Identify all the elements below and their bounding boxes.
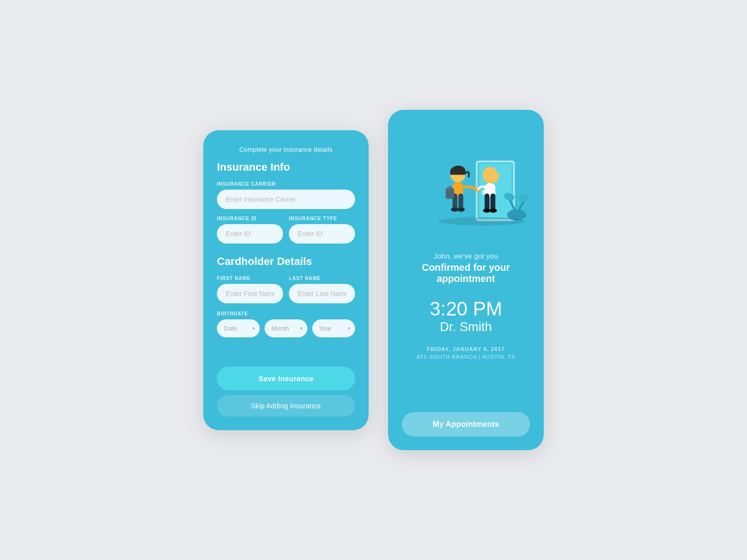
svg-rect-17 [491,193,496,210]
appointment-date: FRIDAY, JANUARY 6, 2017 [427,346,505,352]
appointment-doctor: Dr. Smith [440,319,492,334]
carrier-field-group: INSURANCE CARRIER [217,181,355,209]
date-select[interactable]: Date [217,319,260,337]
svg-point-19 [489,209,497,213]
save-insurance-button[interactable]: Save Insurance [217,367,355,390]
insurance-type-input[interactable] [289,224,355,244]
insurance-type-group: INSURANCE TYPE [289,216,355,244]
first-name-group: FIRST NAME [217,276,283,303]
first-name-label: FIRST NAME [217,276,283,281]
date-select-wrap: Date ▾ [217,319,260,337]
birthdate-row: Date ▾ Month ▾ Year ▾ [217,319,355,337]
last-name-group: LAST NAME [289,276,355,303]
card-subtitle: Complete your insurance details [217,146,355,153]
svg-rect-16 [485,193,490,210]
insurance-id-group: INSURANCE ID [217,216,283,244]
appointment-illustration [402,129,530,236]
cardholder-section-title: Cardholder Details [217,255,355,268]
cardholder-section: Cardholder Details FIRST NAME LAST NAME … [217,255,355,337]
first-name-input[interactable] [217,284,283,303]
year-select[interactable]: Year [312,319,355,337]
confirmation-text: Confirmed for your appointment [402,262,530,284]
skip-insurance-button[interactable]: Skip Adding Insurance [217,395,355,417]
insurance-card: Complete your insurance details Insuranc… [203,130,369,430]
greeting-text: John, we've got you [434,252,498,260]
birthdate-group: BIRTHDATE Date ▾ Month ▾ [217,311,355,337]
insurance-section-title: Insurance Info [217,161,355,174]
insurance-id-label: INSURANCE ID [217,216,283,221]
spacer [217,337,355,357]
svg-rect-10 [459,193,463,210]
insurance-id-input[interactable] [217,224,283,244]
confirmation-card: John, we've got you Confirmed for your a… [388,110,544,450]
name-row: FIRST NAME LAST NAME [217,276,355,303]
last-name-input[interactable] [289,284,355,303]
year-select-wrap: Year ▾ [312,319,355,337]
svg-point-4 [518,192,530,203]
appointment-time: 3:20 PM [430,298,502,319]
svg-point-11 [451,208,458,212]
svg-point-12 [457,208,464,212]
last-name-label: LAST NAME [289,276,355,281]
my-appointments-button[interactable]: My Appointments [402,412,530,437]
svg-point-6 [439,217,525,226]
carrier-label: INSURANCE CARRIER [217,181,355,187]
appointment-location: ATX SOUTH BRANCH | AUSTIN, TX [416,354,516,360]
svg-point-18 [483,209,490,213]
month-select-wrap: Month ▾ [265,319,307,337]
carrier-input[interactable] [217,190,355,209]
month-select[interactable]: Month [265,319,307,337]
insurance-type-label: INSURANCE TYPE [289,216,355,221]
birthdate-label: BIRTHDATE [217,311,355,316]
insurance-id-type-row: INSURANCE ID INSURANCE TYPE [217,216,355,244]
app-container: Complete your insurance details Insuranc… [203,110,544,450]
svg-rect-13 [445,188,454,199]
